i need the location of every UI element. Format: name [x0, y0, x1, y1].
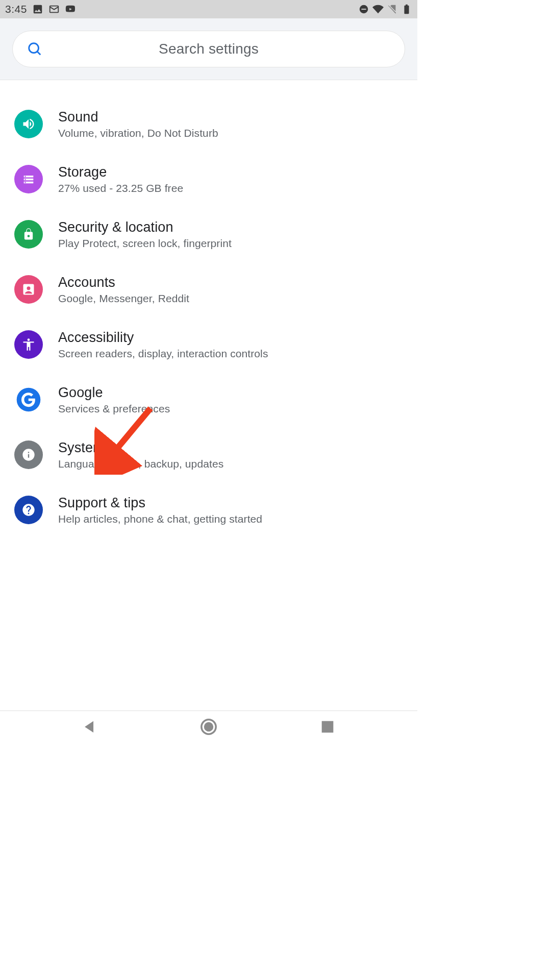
settings-item-subtitle: Languages, time, backup, updates: [58, 458, 223, 470]
person-box-icon: [14, 275, 43, 304]
svg-point-4: [204, 722, 213, 731]
settings-item-security[interactable]: Security & locationPlay Protect, screen …: [0, 207, 417, 262]
settings-item-title: Accounts: [58, 275, 189, 290]
settings-item-title: Storage: [58, 164, 183, 180]
settings-item-subtitle: Play Protect, screen lock, fingerprint: [58, 237, 232, 250]
settings-item-title: System: [58, 440, 223, 456]
search-header: Search settings: [0, 18, 417, 80]
status-bar: 3:45: [0, 0, 417, 18]
battery-icon: [401, 4, 412, 15]
settings-item-google[interactable]: GoogleServices & preferences: [0, 372, 417, 427]
home-button[interactable]: [200, 718, 217, 736]
dnd-icon: [358, 4, 369, 15]
settings-item-subtitle: Help articles, phone & chat, getting sta…: [58, 513, 262, 525]
wifi-icon: [372, 4, 384, 15]
mail-icon: [48, 4, 60, 15]
settings-item-support[interactable]: Support & tipsHelp articles, phone & cha…: [0, 482, 417, 537]
settings-item-title: Support & tips: [58, 495, 262, 511]
settings-item-accounts[interactable]: AccountsGoogle, Messenger, Reddit: [0, 262, 417, 317]
settings-item-sound[interactable]: SoundVolume, vibration, Do Not Disturb: [0, 96, 417, 152]
settings-item-subtitle: Google, Messenger, Reddit: [58, 292, 189, 305]
settings-item-subtitle: 27% used - 23.25 GB free: [58, 182, 183, 194]
settings-item-subtitle: Screen readers, display, interaction con…: [58, 348, 268, 360]
storage-icon: [14, 165, 43, 193]
settings-item-title: Security & location: [58, 219, 232, 235]
navigation-bar: [0, 710, 417, 742]
search-placeholder: Search settings: [27, 41, 390, 57]
settings-item-title: Accessibility: [58, 330, 268, 346]
settings-item-storage[interactable]: Storage27% used - 23.25 GB free: [0, 152, 417, 207]
accessibility-icon: [14, 330, 43, 359]
google-icon: [14, 385, 43, 414]
youtube-icon: [65, 4, 76, 15]
no-sim-icon: [387, 4, 398, 15]
settings-item-subtitle: Volume, vibration, Do Not Disturb: [58, 127, 218, 139]
help-icon: [14, 496, 43, 524]
settings-item-title: Google: [58, 385, 170, 401]
search-settings-input[interactable]: Search settings: [12, 31, 405, 67]
speaker-icon: [14, 110, 43, 138]
status-time: 3:45: [5, 3, 27, 15]
back-button[interactable]: [81, 718, 98, 736]
info-icon: [14, 440, 43, 469]
svg-rect-1: [361, 9, 366, 10]
lock-icon: [14, 220, 43, 249]
settings-item-title: Sound: [58, 109, 218, 125]
settings-item-subtitle: Services & preferences: [58, 403, 170, 415]
settings-item-system[interactable]: SystemLanguages, time, backup, updates: [0, 427, 417, 482]
photo-icon: [32, 4, 43, 15]
settings-list[interactable]: SoundVolume, vibration, Do Not DisturbSt…: [0, 80, 417, 710]
settings-item-accessibility[interactable]: AccessibilityScreen readers, display, in…: [0, 317, 417, 372]
svg-rect-5: [321, 721, 333, 732]
recents-button[interactable]: [319, 718, 336, 736]
